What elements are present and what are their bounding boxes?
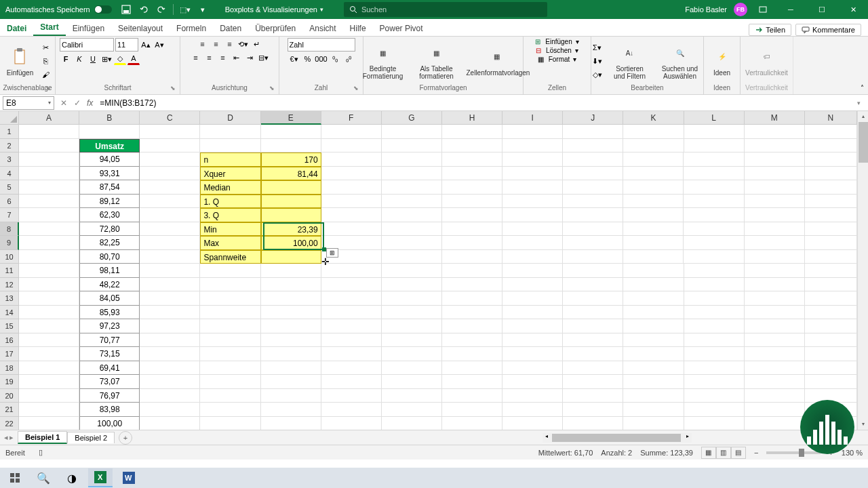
minimize-button[interactable]: ─ <box>778 0 803 19</box>
cell-L14[interactable] <box>684 306 745 320</box>
cell-D7[interactable]: 3. Q <box>200 208 260 222</box>
cell-C5[interactable] <box>140 180 200 195</box>
cell-K18[interactable] <box>623 361 684 375</box>
cell-G1[interactable] <box>382 125 442 139</box>
cell-G6[interactable] <box>382 195 442 209</box>
cell-D16[interactable] <box>200 333 260 348</box>
align-right-icon[interactable]: ≡ <box>217 52 229 64</box>
collapse-ribbon-icon[interactable]: ˄ <box>861 84 864 92</box>
cell-K5[interactable] <box>623 180 684 195</box>
col-header-H[interactable]: H <box>442 111 502 125</box>
spreadsheet-grid[interactable]: ABCDEFGHIJKLMN 1234567891011121314151617… <box>0 111 868 430</box>
cell-I18[interactable] <box>502 361 563 375</box>
cell-M10[interactable] <box>745 250 805 264</box>
cell-I3[interactable] <box>502 152 563 167</box>
cell-A22[interactable] <box>19 417 79 430</box>
cell-I5[interactable] <box>502 180 563 195</box>
font-dialog[interactable]: ⬊ <box>170 85 178 93</box>
cell-G19[interactable] <box>382 375 442 389</box>
cell-D11[interactable] <box>200 264 260 278</box>
cell-L8[interactable] <box>684 222 744 237</box>
cell-F17[interactable] <box>321 347 382 361</box>
col-header-F[interactable]: F <box>321 111 382 125</box>
paste-button[interactable]: Einfügen <box>3 44 37 79</box>
row-header-19[interactable]: 19 <box>0 375 19 389</box>
col-header-N[interactable]: N <box>805 111 857 125</box>
accept-formula-icon[interactable]: ✓ <box>71 96 84 110</box>
row-header-15[interactable]: 15 <box>0 319 19 333</box>
row-header-2[interactable]: 2 <box>0 139 19 153</box>
cell-M18[interactable] <box>745 361 805 375</box>
cell-A4[interactable] <box>19 167 79 181</box>
font-name-select[interactable] <box>60 38 114 52</box>
cell-K21[interactable] <box>623 403 684 417</box>
cell-C8[interactable] <box>140 222 200 237</box>
cell-A19[interactable] <box>19 375 79 389</box>
cell-F1[interactable] <box>321 125 382 139</box>
cell-K10[interactable] <box>623 250 684 264</box>
cell-N8[interactable] <box>805 222 857 237</box>
cell-L16[interactable] <box>684 333 745 348</box>
cell-D19[interactable] <box>200 375 260 389</box>
cell-L5[interactable] <box>684 180 744 195</box>
row-header-8[interactable]: 8 <box>0 222 19 237</box>
cell-J12[interactable] <box>563 278 623 292</box>
cell-H20[interactable] <box>442 389 502 403</box>
cell-C7[interactable] <box>140 208 200 222</box>
cell-B9[interactable]: 82,25 <box>79 236 140 250</box>
cell-E6[interactable] <box>261 195 321 209</box>
save-icon[interactable] <box>120 3 132 16</box>
row-header-21[interactable]: 21 <box>0 403 19 417</box>
cell-J2[interactable] <box>563 139 623 153</box>
start-menu-icon[interactable] <box>3 468 27 487</box>
cell-G2[interactable] <box>382 139 442 153</box>
col-header-K[interactable]: K <box>623 111 684 125</box>
cell-N6[interactable] <box>805 195 857 209</box>
cell-D5[interactable]: Median <box>200 180 260 195</box>
cell-E12[interactable] <box>261 278 321 292</box>
tab-file[interactable]: Datei <box>0 21 33 36</box>
tab-formulas[interactable]: Formeln <box>170 21 213 36</box>
tab-view[interactable]: Ansicht <box>302 21 342 36</box>
cell-B2[interactable]: Umsatz <box>79 139 140 153</box>
cell-M8[interactable] <box>745 222 805 237</box>
cell-D22[interactable] <box>200 417 260 430</box>
col-header-E[interactable]: E <box>261 111 321 125</box>
cell-K14[interactable] <box>623 306 684 320</box>
cell-L12[interactable] <box>684 278 745 292</box>
view-normal-icon[interactable]: ▦ <box>701 447 716 459</box>
cell-N2[interactable] <box>805 139 857 153</box>
tab-start[interactable]: Start <box>33 20 65 36</box>
cell-J19[interactable] <box>563 375 623 389</box>
zoom-level[interactable]: 130 % <box>842 449 863 457</box>
col-header-B[interactable]: B <box>79 111 140 125</box>
delete-cells-button[interactable]: ⊟ Löschen ▾ <box>536 47 578 54</box>
row-header-20[interactable]: 20 <box>0 389 19 403</box>
cell-B4[interactable]: 93,31 <box>79 167 140 181</box>
cell-H22[interactable] <box>442 417 502 430</box>
cell-E2[interactable] <box>261 139 321 153</box>
cell-N18[interactable] <box>805 361 857 375</box>
format-cells-button[interactable]: ▦ Format ▾ <box>538 56 576 63</box>
cell-I10[interactable] <box>502 250 563 264</box>
cell-E22[interactable] <box>261 417 321 430</box>
cell-K20[interactable] <box>623 389 684 403</box>
hscroll-left-icon[interactable]: ◂ <box>542 433 551 439</box>
cell-E10[interactable] <box>261 250 321 264</box>
cell-A14[interactable] <box>19 306 79 320</box>
cell-C21[interactable] <box>140 403 200 417</box>
col-header-G[interactable]: G <box>382 111 442 125</box>
cell-N15[interactable] <box>805 319 857 333</box>
autofill-options-icon[interactable]: ⊞ <box>326 248 338 258</box>
cell-M19[interactable] <box>745 375 805 389</box>
cell-H5[interactable] <box>442 180 502 195</box>
cell-K12[interactable] <box>623 278 684 292</box>
sheet-nav-prev-icon[interactable]: ◂ <box>4 433 8 442</box>
cell-N17[interactable] <box>805 347 857 361</box>
cell-G11[interactable] <box>382 264 442 278</box>
cell-M20[interactable] <box>745 389 805 403</box>
word-taskbar-icon[interactable]: W <box>117 468 141 487</box>
cell-C19[interactable] <box>140 375 200 389</box>
cell-J18[interactable] <box>563 361 623 375</box>
autosave-toggle[interactable]: Automatisches Speichern <box>0 5 117 14</box>
